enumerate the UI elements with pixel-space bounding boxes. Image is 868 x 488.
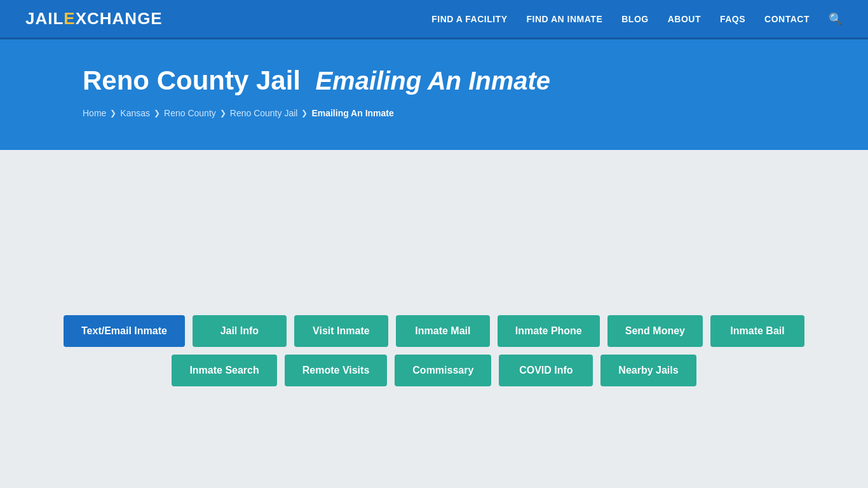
nav-contact[interactable]: CONTACT bbox=[764, 14, 810, 24]
hero-section: Reno County Jail Emailing An Inmate Home… bbox=[0, 39, 868, 150]
btn-send-money[interactable]: Send Money bbox=[607, 315, 703, 347]
btn-inmate-mail[interactable]: Inmate Mail bbox=[396, 315, 490, 347]
breadcrumb-chevron-2: ❯ bbox=[154, 109, 160, 118]
logo-jail-text: JAIL bbox=[25, 9, 64, 29]
nav-about[interactable]: ABOUT bbox=[668, 14, 701, 24]
nav-find-inmate[interactable]: FIND AN INMATE bbox=[526, 14, 602, 24]
breadcrumb-chevron-3: ❯ bbox=[220, 109, 226, 118]
search-icon[interactable]: 🔍 bbox=[829, 12, 843, 26]
nav-blog[interactable]: BLOG bbox=[621, 14, 648, 24]
logo-exchange-text: EXCHANGE bbox=[64, 9, 162, 29]
breadcrumb-reno-county[interactable]: Reno County bbox=[164, 108, 216, 118]
header: JAILEXCHANGE FIND A FACILITY FIND AN INM… bbox=[0, 0, 868, 39]
page-title-italic: Emailing An Inmate bbox=[315, 67, 550, 95]
btn-text-email-inmate[interactable]: Text/Email Inmate bbox=[64, 315, 185, 347]
buttons-section: Text/Email Inmate Jail Info Visit Inmate… bbox=[83, 315, 785, 386]
breadcrumb-current: Emailing An Inmate bbox=[311, 108, 393, 118]
main-content: Text/Email Inmate Jail Info Visit Inmate… bbox=[0, 150, 868, 437]
logo[interactable]: JAILEXCHANGE bbox=[25, 9, 163, 29]
breadcrumb-kansas[interactable]: Kansas bbox=[120, 108, 150, 118]
breadcrumb: Home ❯ Kansas ❯ Reno County ❯ Reno Count… bbox=[83, 108, 785, 118]
btn-inmate-bail[interactable]: Inmate Bail bbox=[710, 315, 804, 347]
page-title: Reno County Jail Emailing An Inmate bbox=[83, 65, 785, 97]
btn-nearby-jails[interactable]: Nearby Jails bbox=[600, 355, 696, 386]
btn-jail-info[interactable]: Jail Info bbox=[193, 315, 287, 347]
breadcrumb-chevron-1: ❯ bbox=[110, 109, 116, 118]
logo-x-letter: E bbox=[64, 9, 75, 28]
btn-covid-info[interactable]: COVID Info bbox=[499, 355, 593, 386]
buttons-row-1: Text/Email Inmate Jail Info Visit Inmate… bbox=[64, 315, 804, 347]
page-title-main: Reno County Jail bbox=[83, 65, 301, 95]
btn-inmate-phone[interactable]: Inmate Phone bbox=[498, 315, 600, 347]
btn-commissary[interactable]: Commissary bbox=[395, 355, 491, 386]
nav-find-facility[interactable]: FIND A FACILITY bbox=[431, 14, 507, 24]
breadcrumb-chevron-4: ❯ bbox=[301, 109, 308, 118]
breadcrumb-reno-county-jail[interactable]: Reno County Jail bbox=[230, 108, 298, 118]
btn-inmate-search[interactable]: Inmate Search bbox=[172, 355, 276, 386]
breadcrumb-home[interactable]: Home bbox=[83, 108, 106, 118]
btn-remote-visits[interactable]: Remote Visits bbox=[285, 355, 388, 386]
nav-faqs[interactable]: FAQs bbox=[720, 14, 745, 24]
main-nav: FIND A FACILITY FIND AN INMATE BLOG ABOU… bbox=[431, 12, 843, 26]
buttons-row-2: Inmate Search Remote Visits Commissary C… bbox=[172, 355, 696, 386]
btn-visit-inmate[interactable]: Visit Inmate bbox=[294, 315, 388, 347]
